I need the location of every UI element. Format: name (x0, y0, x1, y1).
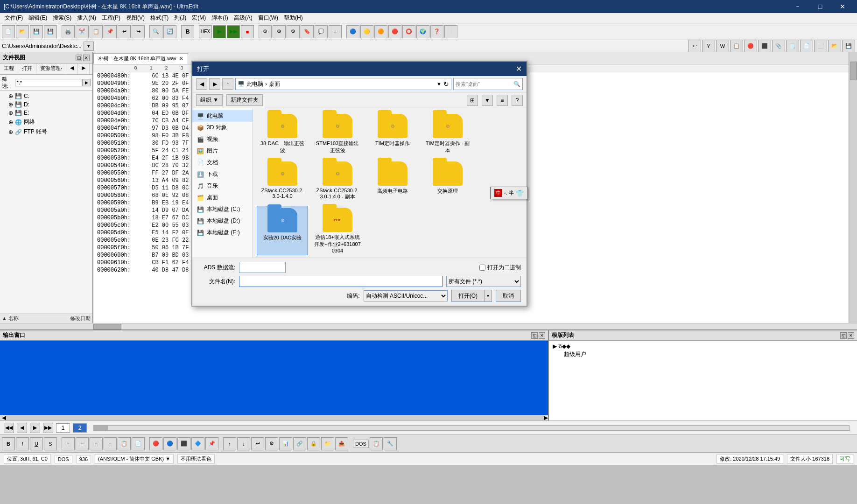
menu-col[interactable]: 列(J) (171, 13, 189, 23)
tb-bookmarks[interactable]: 🔖 (301, 25, 314, 38)
fv-tab-open[interactable]: 打开 (18, 63, 36, 74)
tb2-3[interactable]: W (716, 40, 729, 53)
tb-extra8[interactable]: ❕ (444, 25, 457, 38)
maximize-button[interactable]: □ (809, 0, 831, 13)
template-float-btn[interactable]: ◱ (840, 332, 847, 339)
menu-advanced[interactable]: 高级(A) (231, 13, 255, 23)
status-syntax[interactable]: 不用语法看色 (177, 454, 215, 464)
dialog-close-icon[interactable]: ✕ (516, 64, 522, 73)
tree-item-network[interactable]: ⊕ 🌐 网络 (1, 117, 91, 127)
tb-align[interactable]: ≡ (329, 25, 342, 38)
tb-open[interactable]: 📂 (16, 25, 29, 38)
btb-10[interactable]: 📄 (132, 437, 145, 450)
tb-run2[interactable]: ▶▶ (227, 25, 240, 38)
sidebar-thispc[interactable]: 🖥️ 此电脑 (192, 110, 253, 122)
tb2-2[interactable]: Y (702, 40, 715, 53)
fv-close-btn[interactable]: ✕ (83, 55, 90, 61)
dialog-search-input[interactable] (456, 81, 512, 87)
tb2-4[interactable]: 📋 (730, 40, 743, 53)
tb-copy[interactable]: 📋 (90, 25, 103, 38)
file-item-hf[interactable]: 高频电子电路 (367, 160, 418, 202)
nav-prev-btn[interactable]: ◀ (17, 423, 27, 433)
nav-next-btn[interactable]: ▶ (30, 423, 40, 433)
file-item-zstack2[interactable]: ⚙ ZStack-CC2530-2.3.0-1.4.0 - 副本 (312, 160, 363, 202)
tb2-8[interactable]: 🗒️ (786, 40, 799, 53)
menu-insert[interactable]: 插入(N) (74, 13, 99, 23)
encoding-select[interactable]: 自动检测 ASCII/Unicoc... (364, 290, 448, 301)
output-close-btn[interactable]: ✕ (539, 332, 545, 339)
btb-5[interactable]: ≡ (62, 437, 75, 450)
btb-21[interactable]: 🔗 (293, 437, 306, 450)
tb2-1[interactable]: ↩ (688, 40, 701, 53)
tb-extra4[interactable]: 🔴 (388, 25, 401, 38)
tb-settings2[interactable]: ⚙ (273, 25, 286, 38)
output-float-btn[interactable]: ◱ (531, 332, 538, 339)
tree-item-ftp[interactable]: ⊕ 🔗 FTP 账号 (1, 127, 91, 137)
tb-bold[interactable]: B (181, 25, 194, 38)
menu-help[interactable]: 帮助(H) (281, 13, 306, 23)
file-item-exchange[interactable]: 交换原理 (422, 160, 473, 202)
menu-project[interactable]: 工程(P) (99, 13, 123, 23)
bottom-h-scrollbar[interactable] (93, 425, 850, 431)
addr-browse-button[interactable]: ▼ (84, 42, 94, 51)
tb2-7[interactable]: 📎 (772, 40, 785, 53)
tb-extra5[interactable]: ⭕ (402, 25, 415, 38)
tb-stop[interactable]: ■ (241, 25, 254, 38)
sidebar-3d[interactable]: 📦 3D 对象 (192, 122, 253, 133)
tb-extra2[interactable]: 🟡 (360, 25, 373, 38)
tb2-12[interactable]: 💾 (842, 40, 855, 53)
open-dropdown-btn[interactable]: ▼ (485, 290, 492, 302)
btb-25[interactable]: 📋 (370, 437, 383, 450)
tb-paste[interactable]: 📌 (104, 25, 117, 38)
filter-btn[interactable]: ▶ (82, 79, 91, 86)
open-main-btn[interactable]: 打开(O) (451, 290, 485, 302)
btb-20[interactable]: 📊 (279, 437, 292, 450)
btb-18[interactable]: ↩ (251, 437, 264, 450)
btb-19[interactable]: ⚙ (265, 437, 278, 450)
btb-17[interactable]: ↓ (237, 437, 250, 450)
dialog-newfolder-btn[interactable]: 新建文件夹 (226, 94, 263, 106)
page-2-btn[interactable]: 2 (73, 423, 87, 433)
btb-26[interactable]: 🔧 (384, 437, 397, 450)
tree-item-d[interactable]: ⊕ 💾 D: (1, 100, 91, 109)
menu-window[interactable]: 窗口(W) (255, 13, 281, 23)
sidebar-pictures[interactable]: 🖼️ 图片 (192, 145, 253, 157)
file-item-zstack1[interactable]: ⚙ ZStack-CC2530-2.3.0-1.4.0 (257, 160, 308, 202)
btb-1[interactable]: B (2, 437, 15, 450)
tb-replace[interactable]: 🔄 (163, 25, 176, 38)
tb2-10[interactable]: ⬜ (814, 40, 827, 53)
tb2-5[interactable]: 🔴 (744, 40, 757, 53)
h-scrollbar-thumb[interactable] (93, 324, 121, 329)
fv-tab-prev[interactable]: ◀ (66, 63, 78, 74)
fv-float-btn[interactable]: ◱ (76, 55, 82, 61)
dialog-path-dropdown[interactable]: ▼ (436, 81, 442, 87)
tb-save[interactable]: 💾 (30, 25, 43, 38)
menu-file[interactable]: 文件(F) (2, 13, 26, 23)
binary-checkbox[interactable] (479, 265, 485, 271)
dialog-view-details-btn[interactable]: ≡ (497, 95, 508, 106)
tb-print[interactable]: 🖨️ (62, 25, 75, 38)
horizontal-scrollbar[interactable] (0, 323, 857, 329)
sidebar-downloads[interactable]: ⬇️ 下载 (192, 168, 253, 180)
tb-settings3[interactable]: ⚙ (287, 25, 300, 38)
dialog-organize-btn[interactable]: 组织 ▼ (196, 94, 223, 106)
tb-cut[interactable]: ✂️ (76, 25, 89, 38)
tb-extra3[interactable]: 🟠 (374, 25, 387, 38)
file-item-tim1[interactable]: ⚙ TIM定时器操作 (367, 112, 418, 156)
page-1-btn[interactable]: 1 (56, 423, 70, 433)
sidebar-e-drive[interactable]: 💾 本地磁盘 (E:) (192, 227, 253, 238)
fv-tab-resources[interactable]: 资源管理· (36, 63, 66, 74)
tb-undo[interactable]: ↩ (118, 25, 131, 38)
tb-hex[interactable]: HEX (199, 25, 212, 38)
output-scroll-track[interactable] (6, 415, 544, 420)
file-item-tim2[interactable]: ⚙ TIM定时器操作 - 副本 (422, 112, 473, 156)
fv-tab-next[interactable]: ▶ (78, 63, 90, 74)
menu-view[interactable]: 视图(V) (123, 13, 148, 23)
status-charset[interactable]: (ANSI/OEM - 简体中文 GBK) ▼ (95, 454, 174, 464)
template-close-btn[interactable]: ✕ (848, 332, 854, 339)
cancel-btn[interactable]: 取消 (496, 290, 521, 302)
tb-comment[interactable]: 💬 (315, 25, 328, 38)
dialog-refresh-icon[interactable]: ↻ (443, 80, 449, 88)
tb-find[interactable]: 🔍 (149, 25, 162, 38)
close-button[interactable]: ✕ (832, 0, 853, 13)
